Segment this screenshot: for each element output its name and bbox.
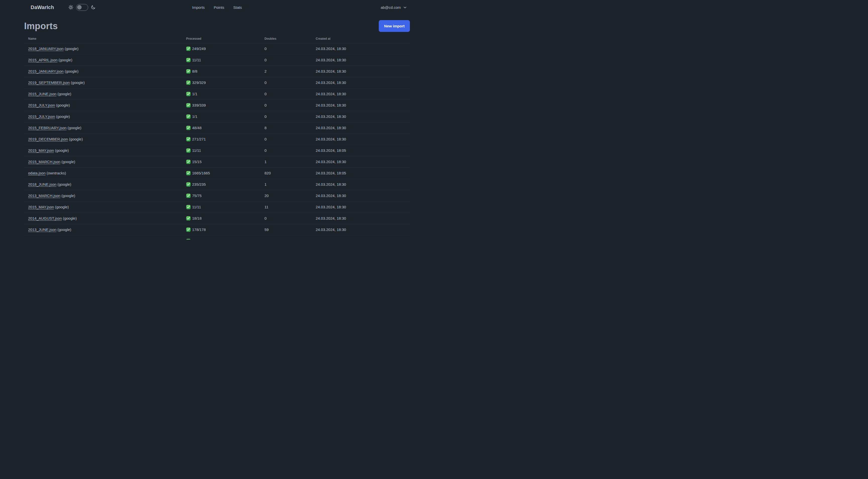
created-at: 24.03.2024, 18:30 (316, 159, 346, 164)
success-check-icon (186, 193, 191, 198)
import-source: (owntracks) (46, 171, 66, 175)
success-check-icon (186, 228, 191, 232)
success-check-icon (186, 81, 191, 85)
import-file-link[interactable]: 2013_MARCH.json (28, 193, 60, 198)
import-file-link[interactable]: 2015_MAY.json (28, 205, 54, 209)
name-cell: 2013_JUNE.json (google) (24, 224, 182, 235)
success-check-icon (186, 126, 191, 130)
processed-count: 11/11 (192, 148, 201, 153)
import-file-link[interactable]: 2014_AUGUST.json (28, 216, 62, 220)
name-cell: 2014_AUGUST.json (google) (24, 213, 182, 224)
processed-count: 18/18 (192, 216, 202, 220)
import-file-link[interactable]: odata.json (28, 171, 45, 175)
nav-link-stats[interactable]: Stats (233, 5, 242, 9)
name-cell: 2013_MARCH.json (google) (24, 190, 182, 201)
doubles-cell: 0 (260, 88, 312, 99)
doubles-count: 20 (265, 193, 269, 198)
processed-cell: 11/11 (182, 145, 260, 156)
import-file-link[interactable]: 2019_SEPTEMBER.json (28, 81, 70, 85)
navbar: DaWarIch Imports Points Stats (0, 0, 434, 14)
table-row: 2015_MAY.json (google) 11/11 11 24.03.20… (24, 201, 410, 213)
processed-count: 75/75 (192, 193, 202, 198)
import-file-link[interactable]: 2018_JANUARY.json (28, 47, 64, 51)
doubles-cell: 0 (260, 54, 312, 66)
table-row: 2015_JULY.json (google) 1/1 0 24.03.2024… (24, 111, 410, 122)
processed-cell: 15/15 (182, 156, 260, 168)
import-file-link[interactable]: 2015_JANUARY.json (28, 69, 64, 73)
nav-link-points[interactable]: Points (214, 5, 224, 9)
toggle-knob (77, 5, 82, 9)
doubles-cell: 59 (260, 224, 312, 235)
import-file-link[interactable]: 2015_FEBRUARY.json (28, 126, 67, 130)
doubles-count: 0 (265, 103, 267, 107)
table-row: 2018_JULY.json (google) 339/339 0 24.03.… (24, 99, 410, 111)
processed-cell: 8/8 (182, 66, 260, 77)
name-cell: 2019_DECEMBER.json (google) (24, 133, 182, 145)
doubles-cell: 0 (260, 133, 312, 145)
import-source: (google) (55, 148, 69, 153)
doubles-count: 0 (265, 137, 267, 141)
user-email: ab@cd.com (381, 5, 401, 9)
processed-count: 1/1 (192, 114, 197, 119)
created-at-cell: 24.03.2024, 18:30 (312, 43, 410, 54)
import-file-link[interactable]: 2018_JULY.json (28, 103, 55, 107)
import-file-link[interactable]: 2019_DECEMBER.json (28, 137, 68, 141)
import-file-link[interactable]: 2015_JULY.json (28, 114, 55, 119)
processed-count: 11/11 (192, 205, 201, 209)
created-at-cell: 24.03.2024, 18:30 (312, 224, 410, 235)
created-at-cell: 24.03.2024, 18:30 (312, 122, 410, 133)
doubles-cell: 2 (260, 66, 312, 77)
import-source: (google) (65, 69, 79, 73)
created-at: 24.03.2024, 18:30 (316, 137, 346, 141)
table-row-partial (24, 235, 410, 239)
imports-table-body: 2018_JANUARY.json (google) 249/249 0 24.… (24, 43, 410, 239)
created-at-cell (312, 235, 410, 239)
created-at-cell: 24.03.2024, 18:30 (312, 156, 410, 168)
import-file-link[interactable]: 2018_JUNE.json (28, 182, 57, 186)
theme-toggle (68, 4, 96, 11)
user-menu[interactable]: ab@cd.com (381, 5, 407, 9)
table-row: 2014_AUGUST.json (google) 18/18 0 24.03.… (24, 213, 410, 224)
doubles-count: 11 (265, 205, 269, 209)
table-row: 2018_JANUARY.json (google) 249/249 0 24.… (24, 43, 410, 54)
processed-count: 339/339 (192, 103, 206, 107)
doubles-cell: 0 (260, 213, 312, 224)
doubles-cell: 0 (260, 145, 312, 156)
doubles-count: 8 (265, 126, 267, 130)
success-check-icon (186, 182, 191, 187)
name-cell: odata.json (owntracks) (24, 168, 182, 179)
table-row: 2013_JUNE.json (google) 178/178 59 24.03… (24, 224, 410, 235)
created-at: 24.03.2024, 18:30 (316, 58, 346, 62)
sun-icon (68, 4, 73, 10)
table-row: 2019_DECEMBER.json (google) 271/271 0 24… (24, 133, 410, 145)
name-cell: 2018_JULY.json (google) (24, 99, 182, 111)
app-logo[interactable]: DaWarIch (31, 4, 54, 10)
doubles-count: 820 (265, 171, 271, 175)
import-file-link[interactable]: 2015_MARCH.json (28, 159, 60, 164)
name-cell: 2018_JANUARY.json (google) (24, 43, 182, 54)
nav-link-imports[interactable]: Imports (192, 5, 205, 9)
theme-toggle-switch[interactable] (76, 4, 88, 11)
import-file-link[interactable]: 2015_APRIL.json (28, 58, 58, 62)
doubles-count: 1 (265, 182, 267, 186)
success-check-icon (186, 171, 191, 175)
created-at: 24.03.2024, 18:05 (316, 171, 346, 175)
name-cell: 2015_MARCH.json (google) (24, 156, 182, 168)
doubles-cell: 0 (260, 77, 312, 88)
success-check-icon (186, 148, 191, 153)
import-file-link[interactable]: 2015_JUNE.json (28, 92, 57, 96)
processed-count: 249/249 (192, 47, 206, 51)
created-at: 24.03.2024, 18:30 (316, 193, 346, 198)
created-at-cell: 24.03.2024, 18:30 (312, 88, 410, 99)
import-file-link[interactable]: 2013_JUNE.json (28, 228, 57, 232)
created-at: 24.03.2024, 18:30 (316, 205, 346, 209)
processed-cell: 11/11 (182, 201, 260, 213)
import-source: (google) (62, 159, 75, 164)
import-file-link[interactable]: 2015_MAY.json (28, 148, 54, 153)
created-at-cell: 24.03.2024, 18:30 (312, 66, 410, 77)
created-at: 24.03.2024, 18:30 (316, 92, 346, 96)
doubles-cell: 8 (260, 122, 312, 133)
success-check-icon (186, 239, 191, 239)
new-import-button[interactable]: New import (379, 20, 410, 32)
import-source: (google) (59, 58, 72, 62)
